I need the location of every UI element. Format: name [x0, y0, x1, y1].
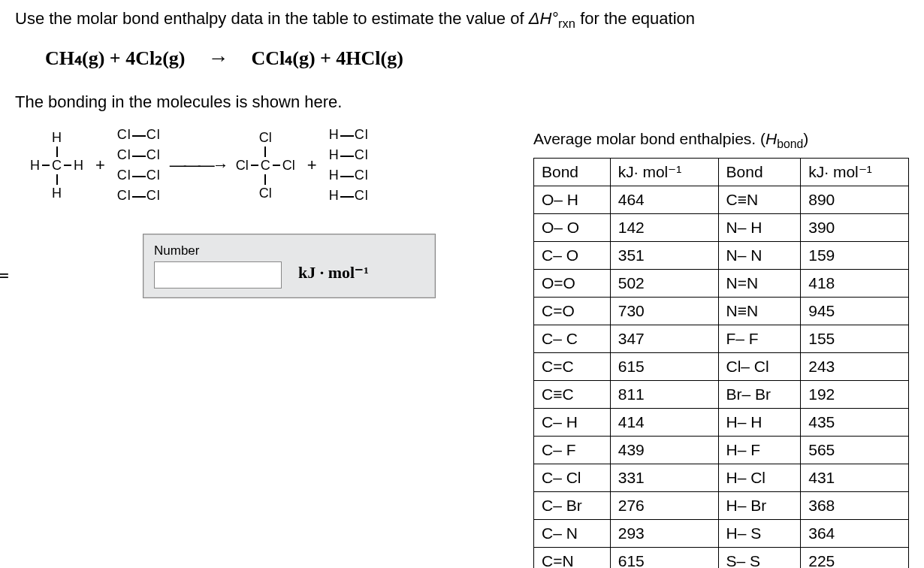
table-row: O=O502N=N418	[534, 269, 909, 297]
table-cell: 347	[610, 325, 718, 352]
table-row: C– O351N– N159	[534, 241, 909, 269]
arrow-icon: →	[207, 46, 228, 70]
table-cell: C– C	[534, 325, 611, 352]
table-cell: 390	[801, 213, 909, 241]
table-row: O– O142N– H390	[534, 213, 909, 241]
hdr-bond-1: Bond	[534, 158, 611, 186]
table-cell: C– O	[534, 241, 611, 269]
table-cell: 351	[610, 241, 718, 269]
table-cell: 243	[801, 352, 909, 380]
molecule-4hcl: HCl HCl HCl HCl	[329, 127, 369, 204]
table-row: C=O730N≡N945	[534, 297, 909, 325]
table-cell: C≡N	[718, 186, 801, 213]
delta-h-symbol: ΔH°rxn	[529, 9, 581, 28]
table-cell: 435	[801, 408, 909, 436]
table-cell: 142	[610, 213, 718, 241]
table-cell: 811	[610, 380, 718, 408]
table-cell: N– N	[718, 241, 801, 269]
table-cell: N– H	[718, 213, 801, 241]
molecule-ch4: H HCH H	[30, 130, 83, 201]
table-cell: 615	[610, 547, 718, 568]
table-cell: 418	[801, 269, 909, 297]
table-cell: 464	[610, 186, 718, 213]
table-cell: 439	[610, 436, 718, 464]
table-cell: C– N	[534, 519, 611, 547]
table-row: C=C615Cl– Cl243	[534, 352, 909, 380]
intro-text-a: Use the molar bond enthalpy data in the …	[15, 9, 529, 28]
table-row: C– C347F– F155	[534, 325, 909, 352]
molecule-ccl4: Cl ClCCl Cl	[236, 130, 295, 201]
equation-lhs: CH₄(g) + 4Cl₂(g)	[45, 47, 185, 70]
table-row: O– H464C≡N890	[534, 186, 909, 213]
table-cell: H– F	[718, 436, 801, 464]
table-cell: 730	[610, 297, 718, 325]
table-cell: 331	[610, 464, 718, 491]
table-cell: H– Br	[718, 491, 801, 519]
table-cell: O– H	[534, 186, 611, 213]
plus-icon: +	[92, 156, 108, 175]
table-cell: C≡C	[534, 380, 611, 408]
table-cell: H– S	[718, 519, 801, 547]
table-cell: 276	[610, 491, 718, 519]
table-cell: C=N	[534, 547, 611, 568]
table-cell: C– Cl	[534, 464, 611, 491]
table-row: C– F439H– F565	[534, 436, 909, 464]
table-cell: H– H	[718, 408, 801, 436]
table-cell: C=O	[534, 297, 611, 325]
molecule-4cl2: ClCl ClCl ClCl ClCl	[117, 127, 161, 204]
intro-text-b: for the equation	[580, 9, 695, 28]
table-cell: 155	[801, 325, 909, 352]
table-header-row: Bond kJ· mol⁻¹ Bond kJ· mol⁻¹	[534, 158, 909, 186]
table-cell: N=N	[718, 269, 801, 297]
table-cell: S– S	[718, 547, 801, 568]
table-row: C≡C811Br– Br192	[534, 380, 909, 408]
table-cell: 368	[801, 491, 909, 519]
table-row: C=N615S– S225	[534, 547, 909, 568]
table-cell: C=C	[534, 352, 611, 380]
hdr-kj-2: kJ· mol⁻¹	[801, 158, 909, 186]
delta-h-label: ΔH°rxn =	[0, 264, 9, 290]
table-cell: 364	[801, 519, 909, 547]
table-cell: Cl– Cl	[718, 352, 801, 380]
hdr-kj-1: kJ· mol⁻¹	[610, 158, 718, 186]
table-cell: C– F	[534, 436, 611, 464]
table-cell: H– Cl	[718, 464, 801, 491]
number-label-text: Number	[154, 243, 282, 258]
bonding-subtext: The bonding in the molecules is shown he…	[15, 92, 511, 112]
table-cell: C– H	[534, 408, 611, 436]
answer-input[interactable]	[154, 261, 282, 289]
table-row: C– Cl331H– Cl431	[534, 464, 909, 491]
table-row: C– H414H– H435	[534, 408, 909, 436]
long-arrow-icon: ———→	[170, 156, 227, 175]
table-cell: O=O	[534, 269, 611, 297]
unit-label: kJ · mol⁻¹	[298, 263, 369, 282]
table-cell: 192	[801, 380, 909, 408]
table-cell: 890	[801, 186, 909, 213]
table-cell: 431	[801, 464, 909, 491]
bond-enthalpy-table: Bond kJ· mol⁻¹ Bond kJ· mol⁻¹ O– H464C≡N…	[533, 158, 909, 568]
table-cell: N≡N	[718, 297, 801, 325]
table-cell: C– Br	[534, 491, 611, 519]
table-cell: F– F	[718, 325, 801, 352]
table-cell: 565	[801, 436, 909, 464]
table-cell: O– O	[534, 213, 611, 241]
table-cell: 502	[610, 269, 718, 297]
table-cell: 414	[610, 408, 718, 436]
hdr-bond-2: Bond	[718, 158, 801, 186]
reaction-equation: CH₄(g) + 4Cl₂(g) → CCl₄(g) + 4HCl(g)	[45, 46, 909, 70]
question-intro: Use the molar bond enthalpy data in the …	[15, 8, 909, 32]
table-cell: 293	[610, 519, 718, 547]
plus-icon-2: +	[304, 156, 320, 175]
table-row: C– Br276H– Br368	[534, 491, 909, 519]
table-cell: 945	[801, 297, 909, 325]
answer-box: Number kJ · mol⁻¹	[143, 234, 436, 298]
table-title: Average molar bond enthalpies. (Hbond)	[533, 130, 909, 151]
table-cell: 159	[801, 241, 909, 269]
structure-diagram: H HCH H + ClCl ClCl ClCl ClCl ———→ Cl Cl…	[30, 127, 511, 204]
table-row: C– N293H– S364	[534, 519, 909, 547]
table-cell: 615	[610, 352, 718, 380]
table-cell: Br– Br	[718, 380, 801, 408]
table-cell: 225	[801, 547, 909, 568]
equation-rhs: CCl₄(g) + 4HCl(g)	[251, 47, 403, 70]
